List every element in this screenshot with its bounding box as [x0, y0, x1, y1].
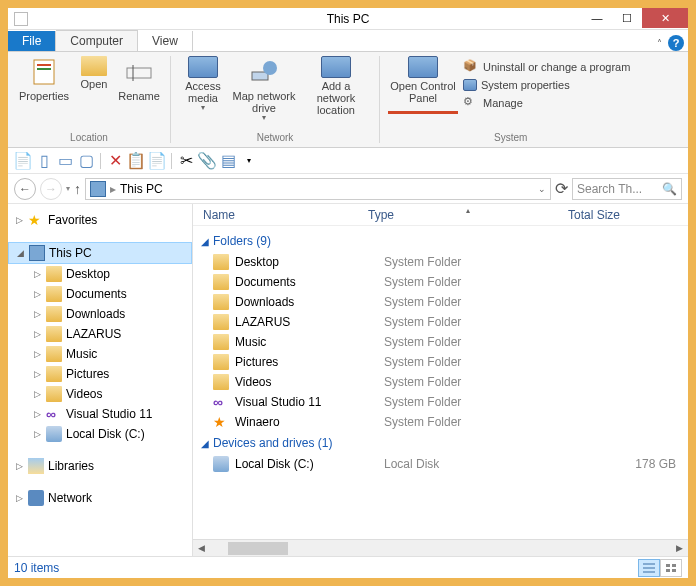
- file-listing[interactable]: ◢ Folders (9) DesktopSystem Folder Docum…: [193, 226, 688, 539]
- list-item[interactable]: ∞Visual Studio 11System Folder: [197, 392, 688, 412]
- nav-item-label: Desktop: [66, 267, 110, 281]
- svg-rect-12: [666, 569, 670, 572]
- add-location-button[interactable]: Add a network location: [301, 56, 371, 123]
- qat-btn3-icon[interactable]: ▭: [56, 152, 74, 170]
- svg-point-6: [263, 61, 277, 75]
- details-view-button[interactable]: [638, 559, 660, 577]
- nav-item-pictures[interactable]: ▷Pictures: [8, 364, 192, 384]
- nav-item-label: Pictures: [66, 367, 109, 381]
- tab-file[interactable]: File: [8, 31, 56, 51]
- navigation-pane[interactable]: ▷ ★ Favorites ◢ This PC ▷Desktop ▷Docume…: [8, 204, 193, 556]
- minimize-button[interactable]: —: [582, 8, 612, 28]
- nav-item-local-disk[interactable]: ▷Local Disk (C:): [8, 424, 192, 444]
- group-devices-header[interactable]: ◢ Devices and drives (1): [197, 432, 688, 454]
- nav-libraries[interactable]: ▷ Libraries: [8, 456, 192, 476]
- folder-icon: [46, 266, 62, 282]
- address-bar: ← → ▾ ↑ ▸ This PC ⌄ ⟳ Search Th... 🔍: [8, 174, 688, 204]
- manage-icon: ⚙: [463, 95, 479, 111]
- qat-delete-icon[interactable]: ✕: [106, 152, 124, 170]
- folder-icon: [46, 366, 62, 382]
- list-item[interactable]: PicturesSystem Folder: [197, 352, 688, 372]
- rename-label: Rename: [118, 90, 160, 102]
- scrollbar-thumb[interactable]: [228, 542, 288, 555]
- folder-icon: [213, 314, 229, 330]
- list-item[interactable]: VideosSystem Folder: [197, 372, 688, 392]
- back-button[interactable]: ←: [14, 178, 36, 200]
- nav-this-pc-label: This PC: [49, 246, 92, 260]
- map-drive-label: Map network drive: [229, 90, 299, 114]
- help-icon[interactable]: ?: [668, 35, 684, 51]
- qat-btn9-icon[interactable]: 📎: [198, 152, 216, 170]
- qat-btn10-icon[interactable]: ▤: [219, 152, 237, 170]
- nav-item-documents[interactable]: ▷Documents: [8, 284, 192, 304]
- search-input[interactable]: Search Th... 🔍: [572, 178, 682, 200]
- properties-button[interactable]: Properties: [16, 56, 72, 102]
- nav-item-downloads[interactable]: ▷Downloads: [8, 304, 192, 324]
- nav-item-music[interactable]: ▷Music: [8, 344, 192, 364]
- nav-favorites[interactable]: ▷ ★ Favorites: [8, 210, 192, 230]
- qat-copy-icon[interactable]: 📋: [127, 152, 145, 170]
- quick-access-toolbar: 📄 ▯ ▭ ▢ ✕ 📋 📄 ✂ 📎 ▤ ▾: [8, 148, 688, 174]
- list-item[interactable]: DesktopSystem Folder: [197, 252, 688, 272]
- qat-paste-icon[interactable]: 📄: [148, 152, 166, 170]
- access-media-button[interactable]: Access media ▾: [179, 56, 227, 123]
- disk-icon: [46, 426, 62, 442]
- list-item[interactable]: DownloadsSystem Folder: [197, 292, 688, 312]
- uninstall-button[interactable]: 📦 Uninstall or change a program: [460, 58, 633, 76]
- nav-item-visual-studio[interactable]: ▷∞Visual Studio 11: [8, 404, 192, 424]
- recent-dropdown-icon[interactable]: ▾: [66, 184, 70, 193]
- tab-view[interactable]: View: [138, 31, 193, 51]
- nav-network-label: Network: [48, 491, 92, 505]
- open-button[interactable]: Open: [74, 56, 114, 102]
- nav-this-pc[interactable]: ◢ This PC: [8, 242, 192, 264]
- group-folders-header[interactable]: ◢ Folders (9): [197, 230, 688, 252]
- refresh-button[interactable]: ⟳: [555, 179, 568, 198]
- close-button[interactable]: ✕: [642, 8, 688, 28]
- horizontal-scrollbar[interactable]: ◀ ▶: [193, 539, 688, 556]
- tab-computer[interactable]: Computer: [56, 30, 138, 51]
- system-properties-button[interactable]: System properties: [460, 78, 633, 92]
- nav-item-videos[interactable]: ▷Videos: [8, 384, 192, 404]
- icons-view-button[interactable]: [660, 559, 682, 577]
- search-placeholder: Search Th...: [577, 182, 642, 196]
- svg-rect-2: [37, 68, 51, 70]
- qat-btn4-icon[interactable]: ▢: [77, 152, 95, 170]
- list-item[interactable]: Local Disk (C:)Local Disk178 GB: [197, 454, 688, 474]
- maximize-button[interactable]: ☐: [612, 8, 642, 28]
- nav-favorites-label: Favorites: [48, 213, 97, 227]
- folder-icon: [213, 294, 229, 310]
- folder-icon: [46, 326, 62, 342]
- vs-icon: ∞: [213, 394, 229, 410]
- manage-button[interactable]: ⚙ Manage: [460, 94, 633, 112]
- open-icon: [81, 56, 107, 76]
- chevron-up-icon[interactable]: ˄: [657, 38, 662, 49]
- list-item[interactable]: MusicSystem Folder: [197, 332, 688, 352]
- qat-new-icon[interactable]: 📄: [14, 152, 32, 170]
- list-item[interactable]: ★WinaeroSystem Folder: [197, 412, 688, 432]
- column-size[interactable]: Total Size: [568, 208, 688, 222]
- nav-network[interactable]: ▷ Network: [8, 488, 192, 508]
- column-type[interactable]: ▴Type: [368, 208, 568, 222]
- pc-icon: [29, 245, 45, 261]
- map-drive-icon: [248, 56, 280, 88]
- rename-button[interactable]: Rename: [116, 56, 162, 102]
- svg-rect-11: [672, 564, 676, 567]
- item-count: 10 items: [14, 561, 59, 575]
- nav-item-lazarus[interactable]: ▷LAZARUS: [8, 324, 192, 344]
- address-input[interactable]: ▸ This PC ⌄: [85, 178, 551, 200]
- list-item[interactable]: LAZARUSSystem Folder: [197, 312, 688, 332]
- qat-cut-icon[interactable]: ✂: [177, 152, 195, 170]
- open-control-panel-button[interactable]: Open Control Panel: [388, 56, 458, 114]
- qat-dropdown-icon[interactable]: ▾: [240, 152, 258, 170]
- sys-props-icon: [463, 79, 477, 91]
- up-button[interactable]: ↑: [74, 181, 81, 197]
- forward-button[interactable]: →: [40, 178, 62, 200]
- map-drive-button[interactable]: Map network drive ▾: [229, 56, 299, 123]
- list-item[interactable]: DocumentsSystem Folder: [197, 272, 688, 292]
- folder-icon: [46, 386, 62, 402]
- group-network-label: Network: [179, 132, 371, 145]
- column-name[interactable]: Name: [203, 208, 368, 222]
- nav-item-desktop[interactable]: ▷Desktop: [8, 264, 192, 284]
- qat-btn2-icon[interactable]: ▯: [35, 152, 53, 170]
- group-system-label: System: [388, 132, 633, 145]
